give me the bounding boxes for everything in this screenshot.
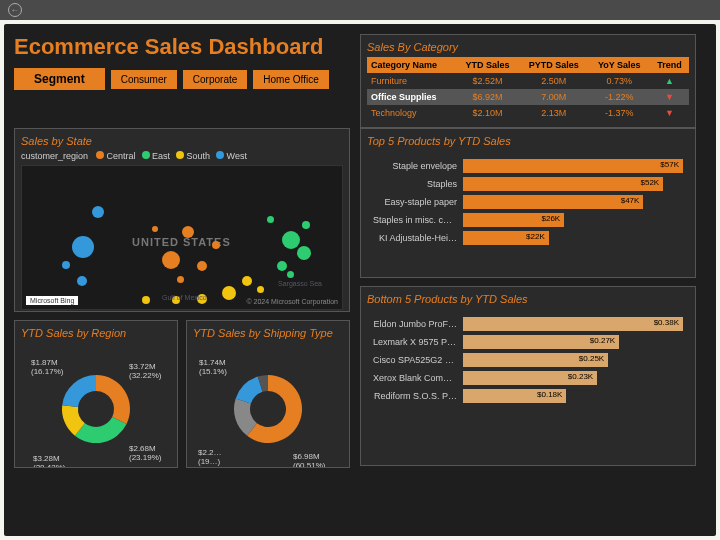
table-header[interactable]: Category Name bbox=[367, 57, 456, 73]
donut-slice[interactable] bbox=[236, 377, 263, 404]
bar-row[interactable]: Lexmark X 9575 Pr… $0.27K bbox=[373, 335, 683, 349]
table-row[interactable]: Office Supplies$6.92M7.00M-1.22%▼ bbox=[367, 89, 689, 105]
bar-row[interactable]: Staples in misc. co… $26K bbox=[373, 213, 683, 227]
legend-item[interactable]: East bbox=[142, 151, 171, 161]
map-bubble[interactable] bbox=[62, 261, 70, 269]
map-bubble[interactable] bbox=[142, 296, 150, 304]
bottom-products-bars[interactable]: Eldon Jumbo ProF… $0.38KLexmark X 9575 P… bbox=[367, 309, 689, 411]
table-row[interactable]: Furniture$2.52M2.50M0.73%▲ bbox=[367, 73, 689, 89]
region-donut[interactable]: $3.72M(32.22%)$3.28M(28.42%)$1.87M(16.17… bbox=[21, 343, 171, 467]
shipping-donut[interactable]: $6.98M(60.51%)$2.2…(19…)$1.74M(15.1%) bbox=[193, 343, 343, 467]
top-products-panel: Top 5 Products by YTD Sales Staple envel… bbox=[360, 128, 696, 278]
table-header[interactable]: YTD Sales bbox=[456, 57, 519, 73]
map-bubble[interactable] bbox=[242, 276, 252, 286]
map-bubble[interactable] bbox=[212, 241, 220, 249]
dashboard-root: Ecommerce Sales Dashboard Segment Consum… bbox=[4, 24, 716, 536]
back-button[interactable]: ← bbox=[8, 3, 22, 17]
bar-label: Lexmark X 9575 Pr… bbox=[373, 337, 463, 347]
category-table-panel: Sales By Category Category NameYTD Sales… bbox=[360, 34, 696, 128]
bar-row[interactable]: Cisco SPA525G2 5… $0.25K bbox=[373, 353, 683, 367]
map-legend-field: customer_region bbox=[21, 151, 88, 161]
bar-row[interactable]: Staples $52K bbox=[373, 177, 683, 191]
map-bubble[interactable] bbox=[287, 271, 294, 278]
category-table[interactable]: Category NameYTD SalesPYTD SalesYoY Sale… bbox=[367, 57, 689, 121]
page-title: Ecommerce Sales Dashboard bbox=[14, 34, 350, 60]
legend-item[interactable]: Central bbox=[96, 151, 136, 161]
table-header[interactable]: PYTD Sales bbox=[519, 57, 589, 73]
bar-label: KI Adjustable-Hei… bbox=[373, 233, 463, 243]
app-topbar: ← bbox=[0, 0, 720, 20]
donut-slice-label: $1.87M(16.17%) bbox=[31, 358, 64, 376]
segment-btn-consumer[interactable]: Consumer bbox=[111, 70, 177, 89]
shipping-donut-title: YTD Sales by Shipping Type bbox=[193, 327, 343, 339]
map-bubble[interactable] bbox=[282, 231, 300, 249]
map-bubble[interactable] bbox=[197, 261, 207, 271]
arrow-left-icon: ← bbox=[11, 5, 20, 15]
bing-attribution: Microsoft Bing bbox=[26, 296, 78, 305]
map-sea-label: Sargasso Sea bbox=[278, 280, 322, 287]
donut-slice-label: $6.98M(60.51%) bbox=[293, 452, 326, 467]
map-bubble[interactable] bbox=[277, 261, 287, 271]
legend-item[interactable]: West bbox=[216, 151, 247, 161]
donut-slice[interactable] bbox=[75, 417, 127, 443]
bar-label: Rediform S.O.S. P… bbox=[373, 391, 463, 401]
donut-slice-label: $2.2…(19…) bbox=[198, 448, 222, 466]
bar-label: Xerox Blank Comp… bbox=[373, 373, 463, 383]
map-bubble[interactable] bbox=[302, 221, 310, 229]
shipping-donut-panel: YTD Sales by Shipping Type $6.98M(60.51%… bbox=[186, 320, 350, 468]
legend-item[interactable]: South bbox=[176, 151, 210, 161]
bar-row[interactable]: Eldon Jumbo ProF… $0.38K bbox=[373, 317, 683, 331]
map-bubble[interactable] bbox=[77, 276, 87, 286]
map-bubble[interactable] bbox=[92, 206, 104, 218]
map-bubble[interactable] bbox=[162, 251, 180, 269]
bar-label: Eldon Jumbo ProF… bbox=[373, 319, 463, 329]
map-bubble[interactable] bbox=[257, 286, 264, 293]
segment-slicer: Segment Consumer Corporate Home Office bbox=[14, 68, 350, 90]
bottom-products-panel: Bottom 5 Products by YTD Sales Eldon Jum… bbox=[360, 286, 696, 466]
top-products-bars[interactable]: Staple envelope $57KStaples $52KEasy-sta… bbox=[367, 151, 689, 253]
segment-label: Segment bbox=[14, 68, 105, 90]
bar-row[interactable]: Easy-staple paper $47K bbox=[373, 195, 683, 209]
bar-label: Staple envelope bbox=[373, 161, 463, 171]
map-gulf-label: Gulf of Mexico bbox=[162, 294, 207, 301]
map-copyright: © 2024 Microsoft Corporation bbox=[246, 298, 338, 305]
donut-slice-label: $2.68M(23.19%) bbox=[129, 444, 162, 462]
bar-label: Staples in misc. co… bbox=[373, 215, 463, 225]
map-bubble[interactable] bbox=[297, 246, 311, 260]
bar-label: Cisco SPA525G2 5… bbox=[373, 355, 463, 365]
map-bubble[interactable] bbox=[222, 286, 236, 300]
map-bubble[interactable] bbox=[177, 276, 184, 283]
map-legend: customer_region Central East South West bbox=[21, 151, 343, 161]
donut-slice-label: $1.74M(15.1%) bbox=[199, 358, 227, 376]
bar-row[interactable]: Rediform S.O.S. P… $0.18K bbox=[373, 389, 683, 403]
donut-slice[interactable] bbox=[62, 375, 96, 407]
donut-slice[interactable] bbox=[96, 375, 130, 424]
top-products-title: Top 5 Products by YTD Sales bbox=[367, 135, 689, 147]
map-bubble[interactable] bbox=[152, 226, 158, 232]
segment-btn-home-office[interactable]: Home Office bbox=[253, 70, 328, 89]
category-table-title: Sales By Category bbox=[367, 41, 689, 53]
table-row[interactable]: Technology$2.10M2.13M-1.37%▼ bbox=[367, 105, 689, 121]
table-header[interactable]: Trend bbox=[650, 57, 689, 73]
bottom-products-title: Bottom 5 Products by YTD Sales bbox=[367, 293, 689, 305]
region-donut-title: YTD Sales by Region bbox=[21, 327, 171, 339]
table-header[interactable]: YoY Sales bbox=[589, 57, 650, 73]
bar-label: Staples bbox=[373, 179, 463, 189]
map-panel: Sales by State customer_region Central E… bbox=[14, 128, 350, 312]
bar-row[interactable]: KI Adjustable-Hei… $22K bbox=[373, 231, 683, 245]
bar-label: Easy-staple paper bbox=[373, 197, 463, 207]
region-donut-panel: YTD Sales by Region $3.72M(32.22%)$3.28M… bbox=[14, 320, 178, 468]
donut-slice-label: $3.28M(28.42%) bbox=[33, 454, 66, 467]
map-title: Sales by State bbox=[21, 135, 343, 147]
map-visual[interactable]: UNITED STATES Microsoft Bing © 2024 Micr… bbox=[21, 165, 343, 310]
map-bubble[interactable] bbox=[267, 216, 274, 223]
segment-btn-corporate[interactable]: Corporate bbox=[183, 70, 247, 89]
map-bubble[interactable] bbox=[182, 226, 194, 238]
bar-row[interactable]: Xerox Blank Comp… $0.23K bbox=[373, 371, 683, 385]
donut-slice-label: $3.72M(32.22%) bbox=[129, 362, 162, 380]
map-bubble[interactable] bbox=[72, 236, 94, 258]
bar-row[interactable]: Staple envelope $57K bbox=[373, 159, 683, 173]
